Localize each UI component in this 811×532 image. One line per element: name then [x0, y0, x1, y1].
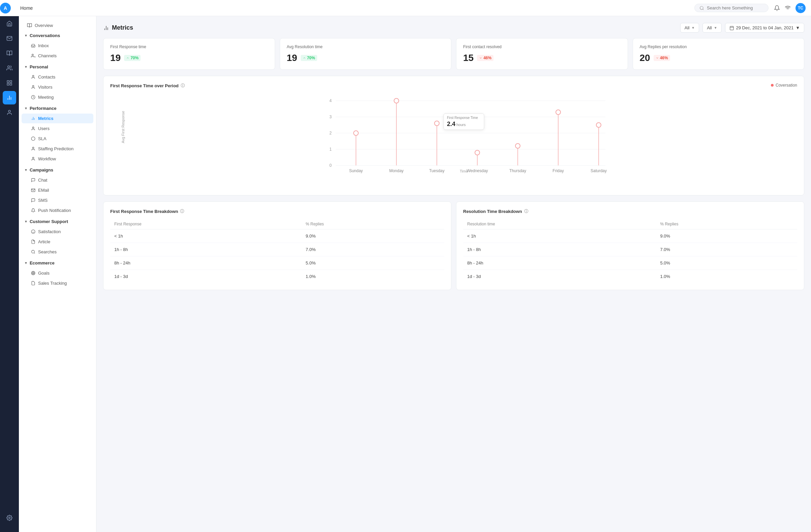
sidebar-bottom-icons [3, 511, 16, 525]
range-cell: 1d - 3d [463, 270, 656, 283]
info-icon-right: ⓘ [524, 208, 528, 214]
chart-legend: Coversation [771, 83, 797, 88]
nav-push-notification[interactable]: Push Notification [21, 205, 93, 215]
svg-point-28 [32, 272, 34, 274]
kpi-avg-resolution: Avg Resolution time 19 70% [280, 38, 452, 70]
range-cell: 1h - 8h [463, 243, 656, 256]
sidebar-settings-icon[interactable] [3, 511, 16, 525]
nav-overview[interactable]: Overview [21, 20, 93, 30]
svg-rect-3 [10, 80, 12, 82]
nav-sms[interactable]: SMS [21, 195, 93, 205]
table-row: 1d - 3d1.0% [463, 270, 797, 283]
nav-goals[interactable]: Goals [21, 268, 93, 278]
nav-contacts[interactable]: Contacts [21, 72, 93, 82]
breakdown-row: First Response Time Breakdown ⓘ First Re… [103, 202, 804, 290]
nav-satisfaction[interactable]: Satisfaction [21, 227, 93, 236]
nav-meeting[interactable]: Meeting [21, 92, 93, 102]
pct-cell: 5.0% [302, 256, 444, 270]
section-conversations-header[interactable]: ▼ Conversations [19, 31, 96, 41]
section-customer-support-header[interactable]: ▼ Customer Support [19, 217, 96, 226]
filter1-arrow: ▼ [691, 26, 695, 30]
kpi-value-3: 15 [463, 52, 474, 63]
nav-visitors[interactable]: Visitors [21, 82, 93, 92]
section-campaigns-header[interactable]: ▼ Campaigns [19, 165, 96, 175]
svg-point-66 [556, 110, 561, 114]
nav-article[interactable]: Article [21, 237, 93, 247]
nav-inbox[interactable]: Inbox [21, 41, 93, 50]
svg-point-13 [32, 85, 34, 87]
table-row: 1h - 8h7.0% [463, 243, 797, 256]
date-range-picker[interactable]: 29 Dec, 2021 to 04 Jan, 2021 ▼ [725, 23, 804, 33]
signal-icon[interactable] [785, 5, 791, 11]
svg-text:Thursday: Thursday [509, 169, 526, 173]
nav-metrics[interactable]: Metrics [21, 113, 93, 123]
pct-cell: 9.0% [656, 230, 797, 243]
range-cell: 8h - 24h [463, 256, 656, 270]
nav-section-performance: ▼ Performance Metrics Users SLA Staffing… [19, 104, 96, 164]
svg-point-12 [32, 76, 34, 77]
svg-text:4: 4 [329, 98, 332, 103]
nav-users[interactable]: Users [21, 124, 93, 134]
nav-channels-label: Channels [38, 53, 57, 58]
kpi-value-4: 20 [640, 52, 650, 63]
section-ecommerce-header[interactable]: ▼ Ecommerce [19, 258, 96, 268]
nav-staffing-prediction[interactable]: Staffing Prediction [21, 144, 93, 154]
nav-section-ecommerce: ▼ Ecommerce Goals Sales Tracking [19, 258, 96, 288]
search-input[interactable] [707, 5, 761, 11]
sidebar-reports-icon[interactable] [3, 47, 16, 60]
svg-line-26 [34, 253, 35, 253]
topbar-icons: TC [774, 3, 806, 13]
pct-cell: 1.0% [302, 270, 444, 283]
chevron-icon: ▼ [24, 220, 28, 223]
kpi-badge-4: 46% [654, 55, 670, 61]
sidebar-grid-icon[interactable] [3, 76, 16, 90]
nav-searches[interactable]: Searches [21, 247, 93, 257]
sidebar-contacts-icon[interactable] [3, 61, 16, 75]
svg-point-21 [32, 157, 34, 159]
nav-workflow[interactable]: Workflow [21, 154, 93, 164]
nav-channels[interactable]: Channels [21, 51, 93, 61]
nav-sla[interactable]: SLA [21, 134, 93, 143]
sidebar-home-icon[interactable] [3, 17, 16, 30]
first-response-chart-card: First Response Time over Period ⓘ Covers… [103, 76, 804, 195]
nav-email[interactable]: EMail [21, 185, 93, 195]
filter2-arrow: ▼ [714, 26, 717, 30]
sidebar-person-icon[interactable] [3, 106, 16, 119]
svg-point-19 [31, 137, 35, 141]
kpi-label-3: First contact resolved [463, 45, 621, 49]
filter-all-2[interactable]: All ▼ [702, 23, 721, 33]
user-avatar[interactable]: TC [795, 3, 806, 13]
svg-text:2: 2 [329, 131, 332, 136]
svg-point-64 [475, 150, 480, 155]
kpi-first-response: First Response time 19 70% [103, 38, 275, 70]
sidebar-chart-icon[interactable] [3, 91, 16, 105]
notification-icon[interactable] [774, 5, 780, 11]
kpi-first-contact: First contact resolved 15 46% [456, 38, 628, 70]
search-box[interactable] [694, 4, 768, 12]
kpi-badge-3: 46% [477, 55, 493, 61]
section-label: Ecommerce [30, 261, 55, 266]
svg-point-1 [8, 66, 10, 68]
col-first-response-header: First Response [110, 219, 302, 230]
svg-text:First Response Time: First Response Time [447, 116, 478, 120]
section-performance-header[interactable]: ▼ Performance [19, 104, 96, 113]
range-cell: 1h - 8h [110, 243, 302, 256]
nav-chat[interactable]: Chat [21, 175, 93, 185]
section-label: Campaigns [30, 168, 53, 172]
svg-point-9 [9, 110, 11, 112]
filter-all-1[interactable]: All ▼ [680, 23, 699, 33]
nav-sales-tracking[interactable]: Sales Tracking [21, 278, 93, 288]
pct-cell: 7.0% [656, 243, 797, 256]
col-replies-header-right: % Replies [656, 219, 797, 230]
pct-cell: 9.0% [302, 230, 444, 243]
svg-text:Tuesday: Tuesday [429, 169, 445, 173]
col-replies-header-left: % Replies [302, 219, 444, 230]
nav-inbox-label: Inbox [38, 43, 49, 48]
metrics-header: Metrics All ▼ All ▼ 29 Dec, 2021 to 04 J… [103, 23, 804, 33]
chart-area: Avg First Response 4 3 2 1 0 Sunday Mond… [110, 94, 797, 188]
svg-point-0 [700, 6, 703, 9]
section-personal-header[interactable]: ▼ Personal [19, 62, 96, 72]
sidebar-mail-icon[interactable] [3, 32, 16, 45]
chevron-icon: ▼ [24, 34, 28, 37]
chevron-icon: ▼ [24, 65, 28, 69]
